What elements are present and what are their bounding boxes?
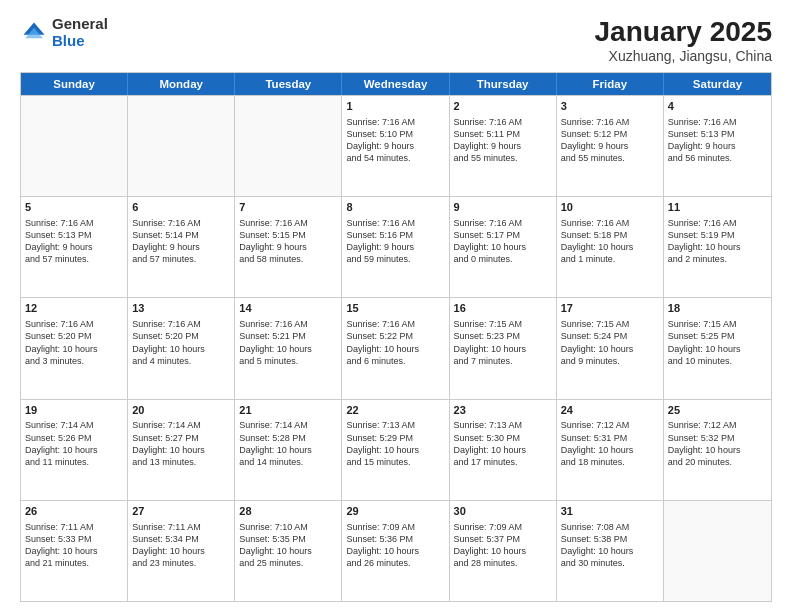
- day-number-21: 21: [239, 403, 337, 418]
- day-details-1: Sunrise: 7:16 AMSunset: 5:10 PMDaylight:…: [346, 116, 444, 165]
- day-number-9: 9: [454, 200, 552, 215]
- day-number-7: 7: [239, 200, 337, 215]
- day-details-12: Sunrise: 7:16 AMSunset: 5:20 PMDaylight:…: [25, 318, 123, 367]
- day-number-12: 12: [25, 301, 123, 316]
- day-details-21: Sunrise: 7:14 AMSunset: 5:28 PMDaylight:…: [239, 419, 337, 468]
- day-21: 21Sunrise: 7:14 AMSunset: 5:28 PMDayligh…: [235, 400, 342, 500]
- day-30: 30Sunrise: 7:09 AMSunset: 5:37 PMDayligh…: [450, 501, 557, 601]
- day-details-26: Sunrise: 7:11 AMSunset: 5:33 PMDaylight:…: [25, 521, 123, 570]
- day-number-17: 17: [561, 301, 659, 316]
- header-friday: Friday: [557, 73, 664, 95]
- day-number-14: 14: [239, 301, 337, 316]
- day-17: 17Sunrise: 7:15 AMSunset: 5:24 PMDayligh…: [557, 298, 664, 398]
- day-number-26: 26: [25, 504, 123, 519]
- day-details-15: Sunrise: 7:16 AMSunset: 5:22 PMDaylight:…: [346, 318, 444, 367]
- day-number-15: 15: [346, 301, 444, 316]
- day-4: 4Sunrise: 7:16 AMSunset: 5:13 PMDaylight…: [664, 96, 771, 196]
- day-19: 19Sunrise: 7:14 AMSunset: 5:26 PMDayligh…: [21, 400, 128, 500]
- day-details-27: Sunrise: 7:11 AMSunset: 5:34 PMDaylight:…: [132, 521, 230, 570]
- day-number-1: 1: [346, 99, 444, 114]
- header-thursday: Thursday: [450, 73, 557, 95]
- day-details-29: Sunrise: 7:09 AMSunset: 5:36 PMDaylight:…: [346, 521, 444, 570]
- day-number-22: 22: [346, 403, 444, 418]
- day-number-2: 2: [454, 99, 552, 114]
- day-number-6: 6: [132, 200, 230, 215]
- day-8: 8Sunrise: 7:16 AMSunset: 5:16 PMDaylight…: [342, 197, 449, 297]
- day-2: 2Sunrise: 7:16 AMSunset: 5:11 PMDaylight…: [450, 96, 557, 196]
- header-tuesday: Tuesday: [235, 73, 342, 95]
- day-20: 20Sunrise: 7:14 AMSunset: 5:27 PMDayligh…: [128, 400, 235, 500]
- header-sunday: Sunday: [21, 73, 128, 95]
- day-number-4: 4: [668, 99, 767, 114]
- logo-general: General: [52, 16, 108, 33]
- day-details-10: Sunrise: 7:16 AMSunset: 5:18 PMDaylight:…: [561, 217, 659, 266]
- day-details-22: Sunrise: 7:13 AMSunset: 5:29 PMDaylight:…: [346, 419, 444, 468]
- day-number-18: 18: [668, 301, 767, 316]
- day-number-24: 24: [561, 403, 659, 418]
- week-2: 5Sunrise: 7:16 AMSunset: 5:13 PMDaylight…: [21, 196, 771, 297]
- calendar: SundayMondayTuesdayWednesdayThursdayFrid…: [20, 72, 772, 602]
- day-10: 10Sunrise: 7:16 AMSunset: 5:18 PMDayligh…: [557, 197, 664, 297]
- day-6: 6Sunrise: 7:16 AMSunset: 5:14 PMDaylight…: [128, 197, 235, 297]
- day-details-17: Sunrise: 7:15 AMSunset: 5:24 PMDaylight:…: [561, 318, 659, 367]
- day-number-11: 11: [668, 200, 767, 215]
- header: General Blue January 2025 Xuzhuang, Jian…: [20, 16, 772, 64]
- week-3: 12Sunrise: 7:16 AMSunset: 5:20 PMDayligh…: [21, 297, 771, 398]
- day-details-30: Sunrise: 7:09 AMSunset: 5:37 PMDaylight:…: [454, 521, 552, 570]
- logo-icon: [20, 19, 48, 47]
- logo-blue: Blue: [52, 33, 108, 50]
- day-details-7: Sunrise: 7:16 AMSunset: 5:15 PMDaylight:…: [239, 217, 337, 266]
- day-details-16: Sunrise: 7:15 AMSunset: 5:23 PMDaylight:…: [454, 318, 552, 367]
- day-number-31: 31: [561, 504, 659, 519]
- day-13: 13Sunrise: 7:16 AMSunset: 5:20 PMDayligh…: [128, 298, 235, 398]
- day-26: 26Sunrise: 7:11 AMSunset: 5:33 PMDayligh…: [21, 501, 128, 601]
- day-details-6: Sunrise: 7:16 AMSunset: 5:14 PMDaylight:…: [132, 217, 230, 266]
- day-22: 22Sunrise: 7:13 AMSunset: 5:29 PMDayligh…: [342, 400, 449, 500]
- day-details-18: Sunrise: 7:15 AMSunset: 5:25 PMDaylight:…: [668, 318, 767, 367]
- day-25: 25Sunrise: 7:12 AMSunset: 5:32 PMDayligh…: [664, 400, 771, 500]
- day-16: 16Sunrise: 7:15 AMSunset: 5:23 PMDayligh…: [450, 298, 557, 398]
- empty-cell-4-6: [664, 501, 771, 601]
- day-details-5: Sunrise: 7:16 AMSunset: 5:13 PMDaylight:…: [25, 217, 123, 266]
- day-details-19: Sunrise: 7:14 AMSunset: 5:26 PMDaylight:…: [25, 419, 123, 468]
- day-18: 18Sunrise: 7:15 AMSunset: 5:25 PMDayligh…: [664, 298, 771, 398]
- calendar-body: 1Sunrise: 7:16 AMSunset: 5:10 PMDaylight…: [21, 95, 771, 601]
- day-details-3: Sunrise: 7:16 AMSunset: 5:12 PMDaylight:…: [561, 116, 659, 165]
- day-details-24: Sunrise: 7:12 AMSunset: 5:31 PMDaylight:…: [561, 419, 659, 468]
- calendar-subtitle: Xuzhuang, Jiangsu, China: [595, 48, 772, 64]
- day-details-11: Sunrise: 7:16 AMSunset: 5:19 PMDaylight:…: [668, 217, 767, 266]
- day-5: 5Sunrise: 7:16 AMSunset: 5:13 PMDaylight…: [21, 197, 128, 297]
- calendar-header: SundayMondayTuesdayWednesdayThursdayFrid…: [21, 73, 771, 95]
- day-number-3: 3: [561, 99, 659, 114]
- day-number-27: 27: [132, 504, 230, 519]
- day-number-25: 25: [668, 403, 767, 418]
- day-details-23: Sunrise: 7:13 AMSunset: 5:30 PMDaylight:…: [454, 419, 552, 468]
- week-1: 1Sunrise: 7:16 AMSunset: 5:10 PMDaylight…: [21, 95, 771, 196]
- page: General Blue January 2025 Xuzhuang, Jian…: [0, 0, 792, 612]
- day-12: 12Sunrise: 7:16 AMSunset: 5:20 PMDayligh…: [21, 298, 128, 398]
- week-5: 26Sunrise: 7:11 AMSunset: 5:33 PMDayligh…: [21, 500, 771, 601]
- logo: General Blue: [20, 16, 108, 49]
- logo-text: General Blue: [52, 16, 108, 49]
- day-9: 9Sunrise: 7:16 AMSunset: 5:17 PMDaylight…: [450, 197, 557, 297]
- day-details-14: Sunrise: 7:16 AMSunset: 5:21 PMDaylight:…: [239, 318, 337, 367]
- day-details-4: Sunrise: 7:16 AMSunset: 5:13 PMDaylight:…: [668, 116, 767, 165]
- day-number-10: 10: [561, 200, 659, 215]
- day-details-8: Sunrise: 7:16 AMSunset: 5:16 PMDaylight:…: [346, 217, 444, 266]
- day-29: 29Sunrise: 7:09 AMSunset: 5:36 PMDayligh…: [342, 501, 449, 601]
- day-number-29: 29: [346, 504, 444, 519]
- day-28: 28Sunrise: 7:10 AMSunset: 5:35 PMDayligh…: [235, 501, 342, 601]
- day-number-13: 13: [132, 301, 230, 316]
- header-wednesday: Wednesday: [342, 73, 449, 95]
- day-3: 3Sunrise: 7:16 AMSunset: 5:12 PMDaylight…: [557, 96, 664, 196]
- day-27: 27Sunrise: 7:11 AMSunset: 5:34 PMDayligh…: [128, 501, 235, 601]
- day-24: 24Sunrise: 7:12 AMSunset: 5:31 PMDayligh…: [557, 400, 664, 500]
- day-7: 7Sunrise: 7:16 AMSunset: 5:15 PMDaylight…: [235, 197, 342, 297]
- day-details-20: Sunrise: 7:14 AMSunset: 5:27 PMDaylight:…: [132, 419, 230, 468]
- header-monday: Monday: [128, 73, 235, 95]
- day-15: 15Sunrise: 7:16 AMSunset: 5:22 PMDayligh…: [342, 298, 449, 398]
- header-saturday: Saturday: [664, 73, 771, 95]
- day-details-9: Sunrise: 7:16 AMSunset: 5:17 PMDaylight:…: [454, 217, 552, 266]
- empty-cell-0-0: [21, 96, 128, 196]
- day-11: 11Sunrise: 7:16 AMSunset: 5:19 PMDayligh…: [664, 197, 771, 297]
